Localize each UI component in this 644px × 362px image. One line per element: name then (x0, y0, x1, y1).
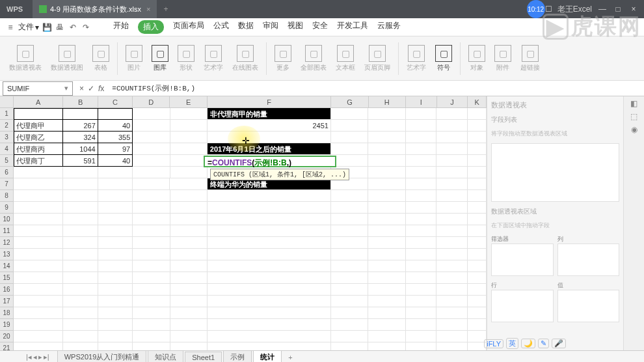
values-box[interactable] (557, 290, 620, 322)
cell-A14[interactable] (14, 260, 63, 272)
cell-D11[interactable] (133, 225, 170, 237)
row-header-9[interactable]: 9 (0, 202, 14, 214)
cell-C15[interactable] (98, 272, 133, 284)
cell-E2[interactable] (170, 120, 208, 132)
cell-K19[interactable] (468, 319, 487, 331)
cell-I5[interactable] (406, 155, 437, 167)
ime-item-2[interactable]: 🌙 (521, 339, 535, 348)
col-header-B[interactable]: B (63, 96, 98, 107)
spreadsheet-area[interactable]: ABCDEFGHIJK 1代理商激活未激活非代理商甲的销量2代理商甲267402… (0, 96, 487, 350)
filters-box[interactable] (491, 244, 554, 276)
ribbon-group-10[interactable]: ▢文本框 (332, 45, 359, 72)
row-header-10[interactable]: 10 (0, 214, 14, 225)
cell-H16[interactable] (368, 284, 405, 296)
ribbon-group-14[interactable]: ▢对象 (464, 45, 489, 72)
cell-I10[interactable] (406, 214, 437, 225)
cell-B7[interactable] (63, 178, 98, 190)
cell-K18[interactable] (468, 307, 487, 319)
cell-E4[interactable] (170, 143, 208, 155)
cell-E3[interactable] (170, 132, 208, 143)
cell-A20[interactable] (14, 331, 63, 342)
cell-E8[interactable] (170, 190, 208, 202)
cell-B11[interactable] (63, 225, 98, 237)
cell-G14[interactable] (331, 260, 368, 272)
ime-item-1[interactable]: 英 (506, 338, 518, 349)
formula-input[interactable]: =COUNTIFS(示例!B:B,) (108, 83, 644, 93)
col-header-H[interactable]: H (369, 96, 406, 107)
cell-C11[interactable] (98, 225, 133, 237)
menu-icon[interactable]: ≡ (5, 22, 16, 33)
cell-J2[interactable] (436, 120, 468, 132)
save-icon[interactable]: 💾 (42, 22, 52, 33)
cell-G12[interactable] (331, 237, 368, 249)
row-header-1[interactable]: 1 (0, 108, 14, 120)
cell-I18[interactable] (406, 307, 437, 319)
cell-C19[interactable] (98, 319, 133, 331)
ribbon-group-4[interactable]: ▢图库 (148, 45, 172, 72)
ribbon-group-6[interactable]: ▢艺术字 (200, 45, 227, 72)
cell-C3[interactable]: 355 (98, 132, 133, 143)
cell-J21[interactable] (436, 342, 468, 350)
cell-H14[interactable] (368, 260, 405, 272)
cell-B5[interactable]: 591 (63, 155, 98, 167)
ribbon-group-3[interactable]: ▢图片 (122, 45, 146, 72)
cell-I21[interactable] (406, 342, 437, 350)
row-header-16[interactable]: 16 (0, 284, 14, 296)
cell-A13[interactable] (14, 249, 63, 260)
file-menu[interactable]: 文件 ▾ (18, 21, 39, 33)
cell-J7[interactable] (436, 178, 468, 190)
cell-J10[interactable] (436, 214, 468, 225)
cell-K13[interactable] (468, 249, 487, 260)
cell-A18[interactable] (14, 307, 63, 319)
cell-D19[interactable] (133, 319, 170, 331)
cell-K4[interactable] (468, 143, 487, 155)
cell-K2[interactable] (468, 120, 487, 132)
cell-D8[interactable] (133, 190, 170, 202)
cell-H5[interactable] (368, 155, 405, 167)
cell-H19[interactable] (368, 319, 405, 331)
ribbon-group-7[interactable]: ▢在线图表 (228, 45, 262, 72)
cell-A16[interactable] (14, 284, 63, 296)
cell-K5[interactable] (468, 155, 487, 167)
col-header-F[interactable]: F (208, 96, 332, 107)
cell-D14[interactable] (133, 260, 170, 272)
cell-D21[interactable] (133, 342, 170, 350)
col-header-D[interactable]: D (133, 96, 170, 107)
cell-F20[interactable] (208, 331, 331, 342)
col-header-C[interactable]: C (98, 96, 133, 107)
undo-icon[interactable]: ↶ (68, 22, 78, 33)
cell-G18[interactable] (331, 307, 368, 319)
cell-D12[interactable] (133, 237, 170, 249)
cell-A10[interactable] (14, 214, 63, 225)
sheet-tab-2[interactable]: Sheet1 (185, 352, 222, 363)
toolbox-icon-1[interactable]: ◧ (630, 99, 637, 108)
fields-list-box[interactable] (491, 143, 619, 202)
cell-F4[interactable]: 2017年6月1日之后的销量 (208, 143, 331, 155)
cell-A3[interactable]: 代理商乙 (14, 132, 63, 143)
cell-E21[interactable] (170, 342, 208, 350)
row-header-18[interactable]: 18 (0, 307, 14, 319)
redo-icon[interactable]: ↷ (81, 22, 91, 33)
cell-G9[interactable] (331, 202, 368, 214)
cell-F13[interactable] (208, 249, 331, 260)
add-sheet-button[interactable]: + (283, 354, 297, 361)
cell-H9[interactable] (368, 202, 405, 214)
cell-H11[interactable] (368, 225, 405, 237)
cell-I20[interactable] (406, 331, 437, 342)
cell-F11[interactable] (208, 225, 331, 237)
cell-F21[interactable] (208, 342, 331, 350)
cell-G2[interactable] (331, 120, 368, 132)
cell-E5[interactable] (170, 155, 208, 167)
sheet-tab-0[interactable]: WPS2019从入门到精通 (57, 350, 147, 362)
cell-B17[interactable] (63, 296, 98, 307)
cell-G19[interactable] (331, 319, 368, 331)
cancel-icon[interactable]: × (79, 84, 84, 93)
ribbon-group-12[interactable]: ▢艺术字 (403, 45, 430, 72)
cell-B21[interactable] (63, 342, 98, 350)
col-header-E[interactable]: E (170, 96, 207, 107)
cell-A21[interactable] (14, 342, 63, 350)
cell-K6[interactable] (468, 167, 487, 178)
cell-I16[interactable] (406, 284, 437, 296)
row-header-3[interactable]: 3 (0, 132, 14, 143)
cell-J11[interactable] (436, 225, 468, 237)
